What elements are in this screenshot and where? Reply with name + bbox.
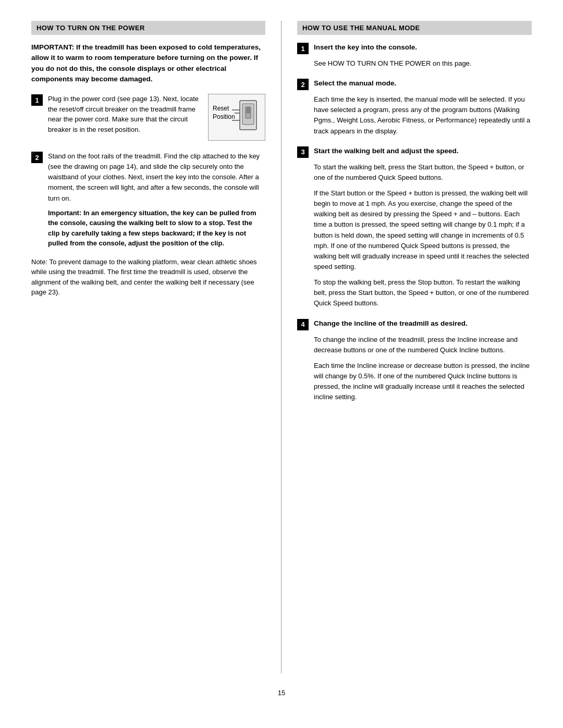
right-step-4-body1: To change the incline of the treadmill, … xyxy=(297,335,532,355)
step-number-1: 1 xyxy=(31,94,43,106)
step-1-with-image: Plug in the power cord (see page 13). Ne… xyxy=(48,94,265,141)
step-1-text: Plug in the power cord (see page 13). Ne… xyxy=(48,94,203,141)
right-step-3-body1: To start the walking belt, press the Sta… xyxy=(297,162,532,183)
svg-rect-3 xyxy=(247,108,250,113)
right-step-2-body: Each time the key is inserted, the manua… xyxy=(297,94,532,137)
right-step-3-body3: To stop the walking belt, press the Stop… xyxy=(297,277,532,309)
right-step-number-2: 2 xyxy=(297,79,309,90)
right-step-4: 4 Change the incline of the treadmill as… xyxy=(297,318,532,403)
right-step-4-title: Change the incline of the treadmill as d… xyxy=(314,318,468,329)
page: HOW TO TURN ON THE POWER IMPORTANT: If t… xyxy=(0,0,563,728)
circuit-breaker-svg xyxy=(232,100,261,133)
right-step-1-title: Insert the key into the console. xyxy=(314,42,417,53)
left-step-2: 2 Stand on the foot rails of the treadmi… xyxy=(31,151,265,249)
right-section-header: HOW TO USE THE MANUAL MODE xyxy=(297,21,532,35)
right-step-1: 1 Insert the key into the console. See H… xyxy=(297,42,532,69)
right-step-2: 2 Select the manual mode. Each time the … xyxy=(297,78,532,137)
right-step-4-header: 4 Change the incline of the treadmill as… xyxy=(297,318,532,330)
right-step-number-4: 4 xyxy=(297,319,309,330)
reset-position-image: ResetPosition xyxy=(208,94,265,141)
step-2-bold-warning: Important: In an emergency situation, th… xyxy=(48,208,265,249)
right-step-2-header: 2 Select the manual mode. xyxy=(297,78,532,90)
note-block: Note: To prevent damage to the walking p… xyxy=(31,257,265,298)
right-step-2-title: Select the manual mode. xyxy=(314,78,396,89)
important-block: IMPORTANT: If the treadmill has been exp… xyxy=(31,42,265,84)
step-2-content: Stand on the foot rails of the treadmill… xyxy=(48,151,265,249)
right-step-3-header: 3 Start the walking belt and adjust the … xyxy=(297,146,532,158)
step-1-content: Plug in the power cord (see page 13). Ne… xyxy=(48,94,265,143)
right-step-number-3: 3 xyxy=(297,146,309,158)
step-number-2: 2 xyxy=(31,152,43,163)
left-step-1: 1 Plug in the power cord (see page 13). … xyxy=(31,94,265,143)
right-step-number-1: 1 xyxy=(297,43,309,54)
two-column-layout: HOW TO TURN ON THE POWER IMPORTANT: If t… xyxy=(31,21,532,673)
left-column: HOW TO TURN ON THE POWER IMPORTANT: If t… xyxy=(31,21,282,673)
left-section-header: HOW TO TURN ON THE POWER xyxy=(31,21,265,35)
right-step-3: 3 Start the walking belt and adjust the … xyxy=(297,146,532,309)
right-step-1-header: 1 Insert the key into the console. xyxy=(297,42,532,54)
right-column: HOW TO USE THE MANUAL MODE 1 Insert the … xyxy=(282,21,532,673)
step-2-text: Stand on the foot rails of the treadmill… xyxy=(48,151,265,204)
right-step-1-body: See HOW TO TURN ON THE POWER on this pag… xyxy=(297,58,532,69)
right-step-3-title: Start the walking belt and adjust the sp… xyxy=(314,146,459,156)
right-step-3-body2: If the Start button or the Speed + butto… xyxy=(297,188,532,272)
right-step-4-body2: Each time the Incline increase or decrea… xyxy=(297,361,532,403)
page-number: 15 xyxy=(31,689,532,697)
